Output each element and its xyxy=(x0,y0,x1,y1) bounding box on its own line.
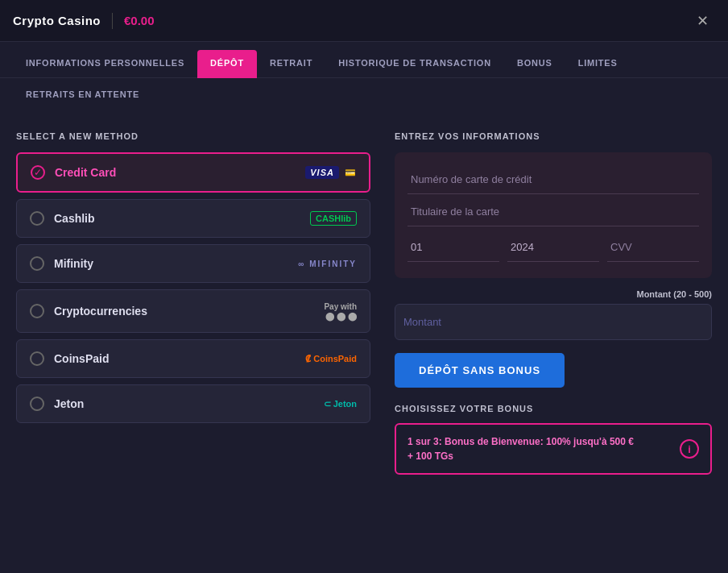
cvv-input[interactable] xyxy=(607,233,699,262)
tab-bonus[interactable]: BONUS xyxy=(504,50,565,78)
tab-personal[interactable]: INFORMATIONS PERSONNELLES xyxy=(13,50,197,78)
coinspaid-logo-text: ₡ CoinsPaid xyxy=(305,354,357,363)
amount-field-container xyxy=(395,304,712,340)
payment-method-jeton[interactable]: Jeton ⊂ Jeton xyxy=(16,384,370,423)
nav-tabs-row2: RETRAITS EN ATTENTE xyxy=(0,78,728,115)
amount-input[interactable] xyxy=(403,306,703,338)
header-balance: €0.00 xyxy=(124,14,155,27)
app-title: Crypto Casino xyxy=(13,14,101,27)
mifinity-logo: ∞ MIFINITY xyxy=(298,259,357,268)
radio-jeton xyxy=(30,397,44,411)
method-name-jeton: Jeton xyxy=(54,397,324,410)
jeton-logo: ⊂ Jeton xyxy=(324,399,357,409)
right-section-title: ENTREZ VOS INFORMATIONS xyxy=(395,131,712,141)
payment-method-mifinity[interactable]: Mifinity ∞ MIFINITY xyxy=(16,244,370,283)
card-number-input[interactable] xyxy=(407,165,699,194)
card-year-input[interactable] xyxy=(507,233,599,262)
cardholder-input[interactable] xyxy=(407,197,699,226)
payment-method-cryptocurrencies[interactable]: Cryptocurrencies Pay with⬤ ⬤ ⬤ xyxy=(16,289,370,333)
tab-retrait[interactable]: RETRAIT xyxy=(257,50,325,78)
method-name-coinspaid: CoinsPaid xyxy=(54,352,305,365)
amount-range-label: Montant (20 - 500) xyxy=(395,289,712,299)
radio-cryptocurrencies xyxy=(30,304,44,318)
tab-pending[interactable]: RETRAITS EN ATTENTE xyxy=(13,81,152,110)
visa-logo: VISA 💳 xyxy=(305,168,356,178)
header-divider xyxy=(112,13,113,29)
crypto-logo-text: Pay with⬤ ⬤ ⬤ xyxy=(324,302,357,321)
deposit-button[interactable]: DÉPÔT SANS BONUS xyxy=(395,353,565,388)
tab-history[interactable]: HISTORIQUE DE TRANSACTION xyxy=(325,50,504,78)
card-form xyxy=(395,152,712,278)
method-name-credit-card: Credit Card xyxy=(55,166,305,179)
cashlib-logo-text: CASHlib xyxy=(310,211,357,226)
method-name-mifinity: Mifinity xyxy=(54,257,298,270)
header: Crypto Casino €0.00 ✕ xyxy=(0,0,728,42)
bonus-text: 1 sur 3: Bonus de Bienvenue: 100% jusqu'… xyxy=(407,434,670,463)
tab-depot[interactable]: DÉPÔT xyxy=(197,50,257,78)
nav-tabs-row1: INFORMATIONS PERSONNELLES DÉPÔT RETRAIT … xyxy=(0,42,728,78)
coinspaid-logo: ₡ CoinsPaid xyxy=(305,354,357,364)
method-name-cryptocurrencies: Cryptocurrencies xyxy=(54,305,324,318)
crypto-logo: Pay with⬤ ⬤ ⬤ xyxy=(324,301,357,321)
jeton-logo-text: ⊂ Jeton xyxy=(324,399,357,409)
cashlib-logo: CASHlib xyxy=(310,214,357,223)
radio-credit-card: ✓ xyxy=(31,165,45,180)
radio-cashlib xyxy=(30,211,44,226)
payment-method-credit-card[interactable]: ✓ Credit Card VISA 💳 xyxy=(16,152,370,193)
radio-coinspaid xyxy=(30,351,44,366)
main-content: SELECT A NEW METHOD ✓ Credit Card VISA 💳… xyxy=(0,115,728,491)
tab-limits[interactable]: LIMITES xyxy=(565,50,631,78)
right-panel: ENTREZ VOS INFORMATIONS Montant (20 - 50… xyxy=(395,131,712,475)
bonus-section-title: CHOISISSEZ VOTRE BONUS xyxy=(395,404,712,413)
method-name-cashlib: Cashlib xyxy=(54,212,310,225)
card-date-row xyxy=(407,233,699,265)
bonus-info-icon[interactable]: i xyxy=(680,439,699,459)
payment-method-coinspaid[interactable]: CoinsPaid ₡ CoinsPaid xyxy=(16,339,370,378)
mastercard-logo-text: 💳 xyxy=(345,168,356,177)
payment-method-cashlib[interactable]: Cashlib CASHlib xyxy=(16,199,370,238)
card-month-input[interactable] xyxy=(407,233,499,262)
left-panel: SELECT A NEW METHOD ✓ Credit Card VISA 💳… xyxy=(16,131,370,475)
mifinity-logo-text: ∞ MIFINITY xyxy=(298,260,357,268)
bonus-card[interactable]: 1 sur 3: Bonus de Bienvenue: 100% jusqu'… xyxy=(395,423,712,475)
visa-logo-text: VISA xyxy=(305,166,339,179)
radio-mifinity xyxy=(30,256,44,271)
close-button[interactable]: ✕ xyxy=(690,9,715,33)
left-section-title: SELECT A NEW METHOD xyxy=(16,131,370,141)
app-window: Crypto Casino €0.00 ✕ INFORMATIONS PERSO… xyxy=(0,0,728,573)
